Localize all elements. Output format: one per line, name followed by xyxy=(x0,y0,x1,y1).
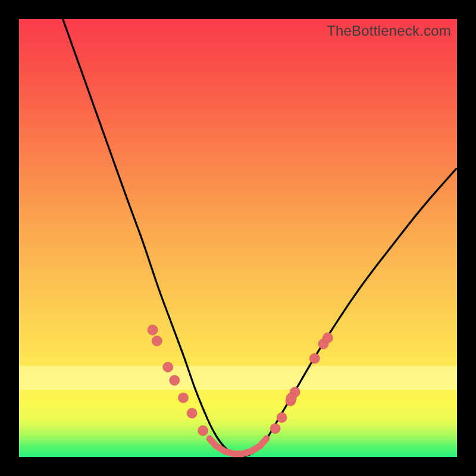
valley-fill xyxy=(209,439,267,454)
watermark-text: TheBottleneck.com xyxy=(327,23,451,39)
chart-frame: TheBottleneck.com xyxy=(0,0,476,476)
marker-point xyxy=(322,333,333,343)
marker-point xyxy=(277,412,287,422)
marker-point xyxy=(148,325,158,335)
marker-point xyxy=(198,425,208,436)
marker-point xyxy=(178,393,189,403)
bottleneck-curve xyxy=(19,0,457,456)
highlight-markers xyxy=(148,325,333,436)
marker-point xyxy=(163,362,173,372)
chart-svg xyxy=(19,19,457,457)
plot-area: TheBottleneck.com xyxy=(19,19,457,457)
marker-point xyxy=(309,353,320,364)
marker-point xyxy=(187,408,197,418)
marker-point xyxy=(270,424,280,434)
marker-point xyxy=(286,393,296,403)
marker-point xyxy=(152,336,162,346)
marker-point xyxy=(170,375,180,386)
